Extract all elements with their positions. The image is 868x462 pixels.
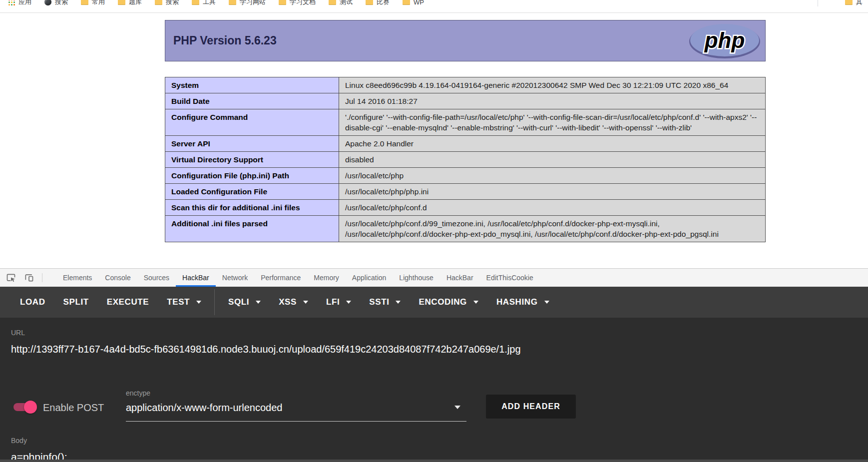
devtools-tab-label: Lighthouse bbox=[399, 274, 434, 282]
phpinfo-row: Configuration File (php.ini) Path /usr/l… bbox=[165, 167, 765, 183]
phpinfo-row-label: Loaded Configuration File bbox=[165, 184, 339, 199]
hackbar-menu-label: XSS bbox=[279, 297, 297, 307]
bookmark-item-other[interactable]: 其 bbox=[845, 0, 863, 6]
phpinfo-table: System Linux c8eed696c99b 4.19.164-04191… bbox=[165, 77, 766, 242]
bookmark-icon bbox=[44, 0, 51, 5]
dropdown-caret-icon bbox=[303, 301, 308, 304]
panel-bottom-strip bbox=[0, 460, 868, 462]
hackbar-menu-button[interactable]: SSTI bbox=[360, 287, 410, 318]
bookmark-item[interactable]: 应用 bbox=[8, 0, 31, 6]
hackbar-menu-button[interactable]: EXECUTE bbox=[98, 287, 158, 318]
phpinfo-row-label: Server API bbox=[165, 136, 339, 151]
devtools-tab[interactable]: Application bbox=[346, 269, 393, 287]
devtools-tab[interactable]: Elements bbox=[56, 269, 98, 287]
hackbar-menu-label: ENCODING bbox=[419, 297, 466, 307]
bookmark-icon bbox=[366, 0, 373, 5]
dropdown-caret-icon bbox=[473, 301, 478, 304]
enctype-underline bbox=[126, 421, 466, 422]
bookmark-item[interactable]: 比赛 bbox=[366, 0, 390, 6]
hackbar-toolbar: LOAD SPLIT EXECUTE TEST SQLI XSS LFI SST… bbox=[0, 287, 868, 318]
hackbar-menu-button[interactable]: HASHING bbox=[487, 287, 558, 318]
dropdown-caret-icon bbox=[196, 301, 201, 304]
phpinfo-row: Configure Command './configure' '--with-… bbox=[165, 109, 765, 135]
phpinfo-row-label: Additional .ini files parsed bbox=[165, 216, 339, 242]
bookmark-icon bbox=[279, 0, 286, 5]
body-field-label: Body bbox=[11, 437, 27, 445]
phpinfo-row: System Linux c8eed696c99b 4.19.164-04191… bbox=[165, 77, 765, 93]
devtools-tab[interactable]: Performance bbox=[254, 269, 307, 287]
devtools-tab-label: Console bbox=[105, 274, 130, 282]
devtools-tab[interactable]: Network bbox=[216, 269, 254, 287]
phpinfo-row-value: './configure' '--with-config-file-path=/… bbox=[339, 109, 765, 135]
phpinfo-row: Virtual Directory Support disabled bbox=[165, 151, 765, 167]
devtools-tab[interactable]: Console bbox=[98, 269, 137, 287]
devtools-tabs: Elements Console Sources HackBar Network… bbox=[56, 269, 540, 287]
devtools-tab[interactable]: Memory bbox=[307, 269, 346, 287]
devtools-tab[interactable]: Lighthouse bbox=[393, 269, 440, 287]
devtools-tab-label: Application bbox=[352, 274, 387, 282]
url-field-label: URL bbox=[11, 329, 25, 337]
bookmark-label: 工具 bbox=[203, 0, 216, 6]
phpinfo-row-value: Linux c8eed696c99b 4.19.164-0419164-gene… bbox=[339, 77, 765, 93]
bookmark-item[interactable]: 测试 bbox=[329, 0, 353, 6]
bookmark-label: 比赛 bbox=[377, 0, 390, 6]
hackbar-menu-button[interactable]: XSS bbox=[270, 287, 317, 318]
hackbar-menu-button[interactable]: SQLI bbox=[219, 287, 270, 318]
devtools-tab[interactable]: EditThisCookie bbox=[480, 269, 540, 287]
devtools-tab-label: Elements bbox=[63, 274, 92, 282]
bookmark-label: 搜索 bbox=[166, 0, 179, 6]
phpinfo-row-value: /usr/local/etc/php/conf.d bbox=[339, 200, 765, 215]
phpinfo-row-value: /usr/local/etc/php bbox=[339, 168, 765, 183]
add-header-button[interactable]: ADD HEADER bbox=[486, 395, 576, 419]
devtools-tab-label: HackBar bbox=[446, 274, 473, 282]
hackbar-menu-label: HASHING bbox=[496, 297, 538, 307]
hackbar-menu-button[interactable]: ENCODING bbox=[410, 287, 487, 318]
devtools-tab-label: HackBar bbox=[182, 274, 209, 282]
hackbar-panel: URL http://1393ff77-b167-4a4d-bd5c-fb636… bbox=[0, 318, 868, 462]
devtools-tab-label: Sources bbox=[144, 274, 169, 282]
enctype-label: enctype bbox=[126, 389, 150, 397]
bookmark-item[interactable]: WP bbox=[403, 0, 424, 6]
bookmark-item[interactable]: 搜索 bbox=[155, 0, 179, 6]
hackbar-menu-button[interactable]: TEST bbox=[158, 287, 210, 318]
phpinfo-row: Build Date Jul 14 2016 01:18:27 bbox=[165, 93, 765, 109]
hackbar-menu-button[interactable]: LOAD bbox=[11, 287, 54, 318]
devtools-tab[interactable]: Sources bbox=[137, 269, 176, 287]
select-caret-icon bbox=[454, 406, 460, 409]
bookmark-label: 学习网站 bbox=[240, 0, 266, 6]
bookmark-icon bbox=[118, 0, 125, 5]
hackbar-menu-button[interactable]: LFI bbox=[317, 287, 360, 318]
enctype-select[interactable]: enctype application/x-www-form-urlencode… bbox=[126, 318, 466, 424]
bookmark-icon bbox=[403, 0, 410, 5]
bookmarks-separator bbox=[818, 0, 818, 6]
phpinfo-row-label: System bbox=[165, 77, 339, 93]
devtools-tab[interactable]: HackBar bbox=[176, 269, 216, 287]
bookmark-item[interactable]: 常用 bbox=[81, 0, 105, 6]
inspect-element-icon[interactable] bbox=[4, 271, 18, 285]
enable-post-toggle[interactable] bbox=[12, 401, 37, 414]
devtools-tab-label: Memory bbox=[314, 274, 339, 282]
php-logo: php bbox=[687, 22, 762, 59]
svg-text:php: php bbox=[704, 28, 745, 52]
bookmark-item[interactable]: 工具 bbox=[192, 0, 216, 6]
bookmark-label: 测试 bbox=[340, 0, 353, 6]
bookmark-item[interactable]: 学习文档 bbox=[279, 0, 316, 6]
phpinfo-row: Scan this dir for additional .ini files … bbox=[165, 199, 765, 215]
dropdown-caret-icon bbox=[396, 301, 401, 304]
bookmarks-bar: 应用 搜索 常用 题库 搜索 工具 学习网站 学习文档 测试 比赛 bbox=[0, 0, 868, 6]
phpinfo-row-value: Apache 2.0 Handler bbox=[339, 136, 765, 151]
phpinfo-row-value: disabled bbox=[339, 152, 765, 167]
devtools-tab-label: Performance bbox=[261, 274, 301, 282]
devtools-tab[interactable]: HackBar bbox=[440, 269, 480, 287]
bookmark-icon bbox=[155, 0, 162, 5]
devtools-tabbar: Elements Console Sources HackBar Network… bbox=[0, 268, 868, 287]
bookmark-item[interactable]: 搜索 bbox=[44, 0, 68, 6]
bookmark-label: 学习文档 bbox=[290, 0, 316, 6]
device-toolbar-icon[interactable] bbox=[22, 271, 36, 285]
hackbar-menu-label: EXECUTE bbox=[107, 297, 149, 307]
bookmark-item[interactable]: 学习网站 bbox=[229, 0, 266, 6]
hackbar-menu-button[interactable]: SPLIT bbox=[54, 287, 98, 318]
bookmark-label: 其 bbox=[856, 0, 863, 6]
bookmark-item[interactable]: 题库 bbox=[118, 0, 142, 6]
enctype-value: application/x-www-form-urlencoded bbox=[126, 401, 282, 414]
